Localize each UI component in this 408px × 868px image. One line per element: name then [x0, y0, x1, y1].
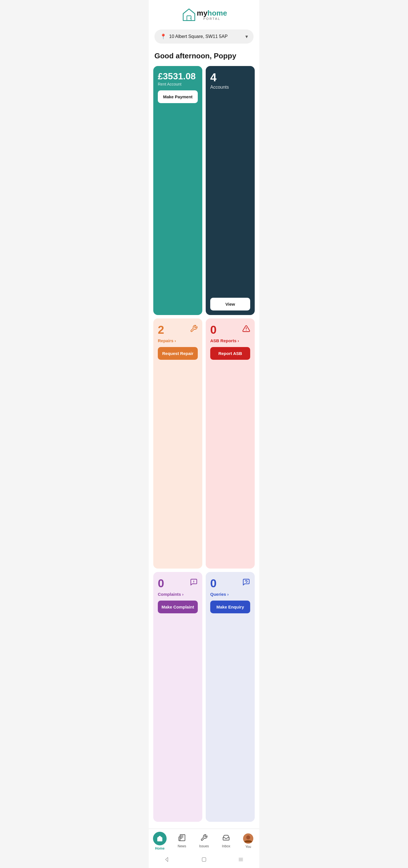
nav-home-label: Home	[155, 846, 164, 850]
address-selector[interactable]: 📍 10 Albert Square, SW11 5AP ▾	[154, 29, 254, 43]
location-pin-icon: 📍	[160, 33, 166, 40]
recents-lines-icon	[238, 857, 244, 863]
nav-you-label: You	[245, 845, 251, 849]
app-header: myhome PORTAL	[149, 0, 259, 27]
svg-marker-12	[165, 858, 168, 862]
accounts-card: 4 Accounts View	[206, 66, 255, 315]
asb-number: 0	[210, 324, 217, 335]
logo-house-icon	[181, 7, 197, 23]
request-repair-button[interactable]: Request Repair	[158, 347, 198, 360]
nav-news[interactable]: News	[174, 834, 190, 848]
complaints-card: 0 Complaints › Make Complaint	[153, 572, 202, 822]
rent-account-card: £3531.08 Rent Account Make Payment	[153, 66, 202, 315]
home-button[interactable]	[200, 856, 208, 864]
back-button[interactable]	[163, 856, 171, 864]
complaint-chat-icon	[190, 578, 198, 588]
inbox-icon	[222, 834, 230, 843]
make-complaint-button[interactable]: Make Complaint	[158, 600, 198, 613]
asb-card: 0 ASB Reports › Report ASB	[206, 318, 255, 568]
queries-link[interactable]: Queries ›	[210, 592, 250, 597]
greeting-text: Good afternoon, Poppy	[149, 49, 259, 66]
queries-header: 0	[210, 578, 250, 591]
queries-number: 0	[210, 578, 217, 589]
repairs-header: 2	[158, 324, 198, 337]
report-asb-button[interactable]: Report ASB	[210, 347, 250, 360]
logo-myhome: myhome	[197, 9, 227, 17]
avatar-image	[243, 833, 253, 844]
complaints-link[interactable]: Complaints ›	[158, 592, 198, 597]
accounts-label: Accounts	[210, 85, 250, 90]
svg-point-1	[190, 18, 191, 19]
asb-header: 0	[210, 324, 250, 337]
nav-inbox-label: Inbox	[222, 844, 230, 848]
make-payment-button[interactable]: Make Payment	[158, 90, 198, 103]
back-triangle-icon	[164, 857, 170, 862]
svg-rect-13	[202, 858, 206, 861]
svg-point-11	[246, 835, 250, 839]
rent-amount: £3531.08	[158, 72, 198, 81]
bottom-navigation: Home News Issues	[149, 829, 259, 852]
repairs-number: 2	[158, 324, 164, 335]
repairs-link[interactable]: Repairs ›	[158, 338, 198, 343]
issues-icon	[200, 834, 208, 843]
home-icon	[156, 835, 163, 842]
accounts-number: 4	[210, 72, 250, 83]
nav-issues-label: Issues	[199, 844, 209, 848]
app-logo: myhome PORTAL	[181, 7, 227, 23]
complaints-header: 0	[158, 578, 198, 591]
nav-news-label: News	[178, 844, 186, 848]
wrench-icon	[190, 324, 198, 335]
repairs-card: 2 Repairs › Request Repair	[153, 318, 202, 568]
home-square-icon	[201, 857, 207, 862]
queries-card: 0 Queries › Make Enquiry	[206, 572, 255, 822]
view-accounts-button[interactable]: View	[210, 298, 250, 310]
nav-issues[interactable]: Issues	[195, 834, 213, 848]
logo-text: myhome PORTAL	[197, 9, 227, 21]
user-avatar	[243, 833, 253, 844]
home-nav-icon	[153, 832, 166, 845]
address-text: 10 Albert Square, SW11 5AP	[169, 34, 243, 39]
logo-home-text: home	[208, 9, 227, 17]
chevron-down-icon: ▾	[245, 33, 248, 40]
logo-portal-text: PORTAL	[197, 17, 227, 21]
query-chat-icon	[242, 578, 250, 588]
warning-icon	[242, 324, 250, 335]
make-enquiry-button[interactable]: Make Enquiry	[210, 600, 250, 613]
complaints-number: 0	[158, 578, 164, 589]
system-navigation-bar	[149, 852, 259, 868]
nav-inbox[interactable]: Inbox	[218, 834, 234, 848]
nav-home[interactable]: Home	[151, 832, 168, 850]
nav-you[interactable]: You	[240, 833, 257, 849]
dashboard-cards: £3531.08 Rent Account Make Payment 4 Acc…	[149, 66, 259, 822]
asb-link[interactable]: ASB Reports ›	[210, 338, 250, 343]
logo-my-text: my	[197, 9, 208, 17]
rent-label: Rent Account	[158, 82, 198, 86]
recents-button[interactable]	[237, 856, 245, 864]
news-icon	[178, 834, 186, 843]
